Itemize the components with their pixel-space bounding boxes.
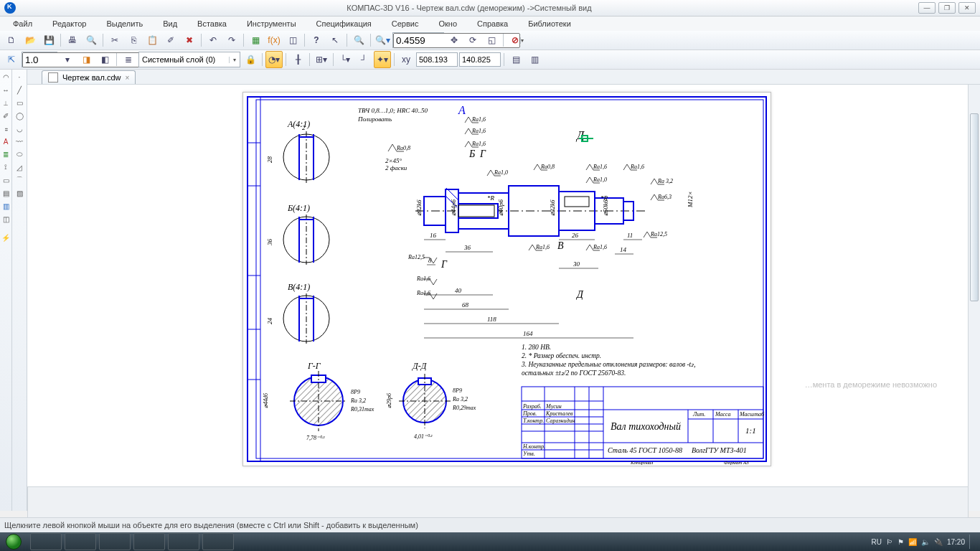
snap-button[interactable]: ⇱ — [3, 51, 20, 68]
tray-network-icon[interactable]: 📶 — [908, 538, 917, 546]
pan-button[interactable]: ✥ — [446, 32, 463, 49]
fillet-tool-icon[interactable]: ⌒ — [14, 174, 25, 186]
geom-mode-icon[interactable]: ◠ — [0, 71, 11, 83]
tray-clock[interactable]: 17:20 — [947, 538, 965, 546]
copy-button[interactable]: ⎘ — [125, 32, 142, 49]
variable-button[interactable]: f(x) — [265, 32, 283, 49]
style-button[interactable]: ◔▾ — [265, 51, 283, 68]
zoom-fit-button[interactable]: 🔍 — [350, 32, 367, 49]
task-item-6[interactable] — [202, 533, 234, 550]
rebuild-button[interactable]: ◧ — [96, 51, 113, 68]
insert-mode-icon[interactable]: ◫ — [0, 213, 11, 225]
coord-y-field[interactable] — [459, 52, 501, 67]
tray-volume-icon[interactable]: 🔈 — [921, 538, 930, 546]
layer-vis-button[interactable]: ◨ — [77, 51, 95, 68]
ortho-button[interactable]: └▾ — [336, 51, 354, 68]
redraw-button[interactable]: ◱ — [483, 32, 500, 49]
menu-window[interactable]: Окно — [428, 18, 467, 29]
canvas-viewport[interactable]: А(4:1) 2 28 Б(4:1) 36 — [27, 85, 980, 511]
view-opts-button[interactable]: ▾ — [59, 51, 76, 68]
task-item-2[interactable] — [65, 533, 96, 550]
symbol-mode-icon[interactable]: ⟂ — [0, 97, 11, 108]
document-tab[interactable]: Чертеж вал.cdw × — [42, 70, 136, 84]
spec2-button[interactable]: ▥ — [526, 51, 543, 68]
props-button[interactable]: ✐ — [162, 32, 179, 49]
open-button[interactable]: 📂 — [22, 32, 39, 49]
scale-field[interactable]: ▾ — [22, 52, 57, 67]
tray-action-center-icon[interactable]: ⚑ — [897, 538, 904, 546]
redo-button[interactable]: ↷ — [223, 32, 240, 49]
preview-button[interactable]: 🔍 — [83, 32, 100, 49]
document-tab-close[interactable]: × — [126, 74, 130, 82]
start-button[interactable] — [0, 532, 27, 551]
spec-button[interactable]: ▤ — [507, 51, 524, 68]
report-mode-icon[interactable]: ▥ — [0, 200, 11, 212]
task-item-3[interactable] — [99, 533, 131, 550]
snap-toggle-button[interactable]: ✦▾ — [374, 51, 391, 68]
hatch-tool-icon[interactable]: ▨ — [14, 187, 25, 199]
tray-show-desktop[interactable] — [969, 534, 976, 549]
menu-libs[interactable]: Библиотеки — [518, 18, 581, 29]
zoom-button[interactable]: 🔍▾ — [374, 32, 391, 49]
measure-mode-icon[interactable]: ⟟ — [0, 161, 11, 173]
refresh-button[interactable]: ⟳ — [464, 32, 481, 49]
close-button[interactable]: ✕ — [958, 2, 976, 14]
menu-spec[interactable]: Спецификация — [306, 18, 382, 29]
menu-select[interactable]: Выделить — [96, 18, 153, 29]
dim-mode-icon[interactable]: ↔ — [0, 84, 11, 95]
local-cs-button[interactable]: ┘ — [355, 51, 372, 68]
menu-tools[interactable]: Инструменты — [237, 18, 306, 29]
chamfer-tool-icon[interactable]: ◿ — [14, 161, 25, 173]
layer-field[interactable]: Системный слой (0) ▾ — [138, 52, 240, 67]
param-mode-icon[interactable]: ⩷ — [0, 123, 11, 134]
print-button[interactable]: 🖶 — [64, 32, 81, 49]
ellipse-tool-icon[interactable]: ⬭ — [14, 149, 25, 160]
task-item-5[interactable] — [168, 533, 199, 550]
help-button[interactable]: ? — [308, 32, 325, 49]
tray-lang[interactable]: RU — [872, 538, 882, 546]
axis-button[interactable]: ╂ — [289, 51, 306, 68]
tray-power-icon[interactable]: 🔌 — [934, 538, 943, 546]
menu-service[interactable]: Сервис — [382, 18, 429, 29]
paste-button[interactable]: 📋 — [143, 32, 161, 49]
stop-button[interactable]: ⊘ — [507, 32, 524, 49]
scrollbar-vertical[interactable] — [968, 85, 980, 511]
menu-help[interactable]: Справка — [467, 18, 518, 29]
circle-tool-icon[interactable]: ◯ — [14, 110, 25, 121]
select-mode-icon[interactable]: ▭ — [0, 174, 11, 186]
scrollbar-thumb-v[interactable] — [970, 113, 979, 301]
spline-tool-icon[interactable]: 〰 — [14, 136, 25, 147]
arc-tool-icon[interactable]: ◡ — [14, 123, 25, 134]
layer-lock-button[interactable]: 🔒 — [242, 51, 259, 68]
menu-view[interactable]: Вид — [153, 18, 187, 29]
parts-button[interactable]: ◫ — [284, 32, 301, 49]
layers-button[interactable]: ≣ — [120, 51, 137, 68]
new-button[interactable]: 🗋 — [3, 32, 20, 49]
zoom-field[interactable]: ▾ — [392, 32, 444, 48]
rect-tool-icon[interactable]: ▭ — [14, 97, 25, 108]
line-tool-icon[interactable]: ╱ — [14, 84, 25, 95]
grid-button[interactable]: ⊞▾ — [313, 51, 330, 68]
task-item-4[interactable] — [133, 533, 165, 550]
library-button[interactable]: ▦ — [247, 32, 264, 49]
delete-button[interactable]: ✖ — [181, 32, 198, 49]
table-mode-icon[interactable]: ≣ — [0, 149, 11, 160]
coord-mode-button[interactable]: xy — [397, 51, 415, 68]
save-button[interactable]: 💾 — [40, 32, 57, 49]
point-tool-icon[interactable]: · — [14, 71, 25, 83]
menu-insert[interactable]: Вставка — [187, 18, 237, 29]
menu-editor[interactable]: Редактор — [42, 18, 96, 29]
minimize-button[interactable]: — — [918, 2, 936, 14]
tray-flag-icon[interactable]: 🏳 — [886, 538, 893, 546]
spec-mode-icon[interactable]: ▤ — [0, 187, 11, 199]
coord-x-field[interactable] — [416, 52, 458, 67]
cursor-button[interactable]: ↖ — [326, 32, 344, 49]
task-item-1[interactable] — [30, 533, 62, 550]
text-mode-icon[interactable]: A — [0, 136, 11, 147]
undo-button[interactable]: ↶ — [204, 32, 222, 49]
menu-file[interactable]: Файл — [3, 18, 42, 29]
maximize-button[interactable]: ❐ — [938, 2, 956, 14]
ext-mode-icon[interactable]: ⚡ — [0, 232, 11, 243]
cut-button[interactable]: ✂ — [106, 32, 123, 49]
edit-mode-icon[interactable]: ✐ — [0, 110, 11, 121]
